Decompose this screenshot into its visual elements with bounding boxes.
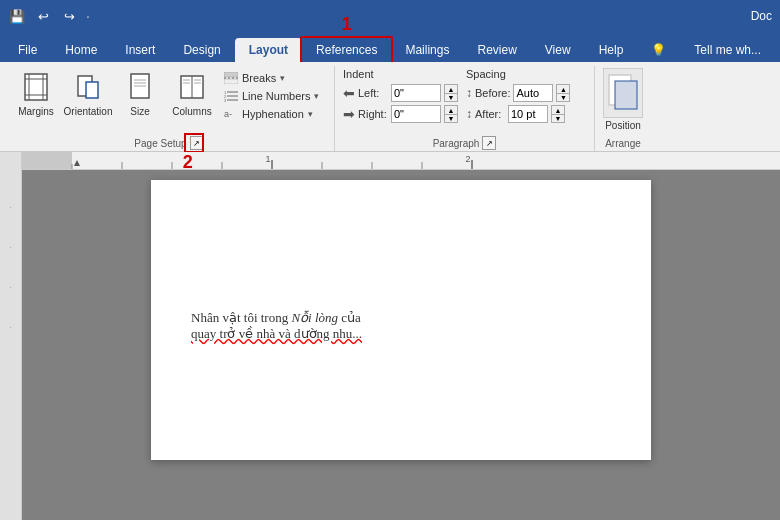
left-ruler-mark-1: · bbox=[9, 172, 11, 212]
indent-right-row: ➡ Right: ▲ ▼ bbox=[343, 105, 458, 123]
breaks-button[interactable]: Breaks ▾ bbox=[220, 70, 326, 86]
indent-header: Indent bbox=[343, 68, 458, 80]
document-page: Nhân vật tôi trong Nỗi lòng của quay trở… bbox=[151, 180, 651, 460]
tab-insert[interactable]: Insert bbox=[111, 38, 169, 62]
svg-rect-29 bbox=[22, 152, 72, 170]
margins-button[interactable]: Margins bbox=[12, 68, 60, 121]
save-icon[interactable]: 💾 bbox=[8, 7, 26, 25]
indent-right-label: Right: bbox=[358, 108, 388, 120]
spacing-before-label: Before: bbox=[475, 87, 510, 99]
svg-text:3: 3 bbox=[224, 98, 227, 102]
spacing-after-spin-up[interactable]: ▲ bbox=[551, 105, 565, 114]
ribbon-tabs: File Home Insert Design Layout Reference… bbox=[0, 32, 780, 62]
indent-left-row: ⬅ Left: ▲ ▼ bbox=[343, 84, 458, 102]
columns-label: Columns bbox=[172, 106, 211, 117]
indent-right-input[interactable] bbox=[391, 105, 441, 123]
spacing-after-row: ↕ After: ▲ ▼ bbox=[466, 105, 570, 123]
page-setup-group: Margins Orientation bbox=[4, 66, 335, 151]
orientation-label: Orientation bbox=[64, 106, 113, 117]
title-bar: 💾 ↩ ↪ · Doc bbox=[0, 0, 780, 32]
size-icon bbox=[124, 72, 156, 104]
tab-view[interactable]: View bbox=[531, 38, 585, 62]
ribbon-body: Margins Orientation bbox=[0, 62, 780, 152]
indent-left-label: Left: bbox=[358, 87, 388, 99]
size-label: Size bbox=[130, 106, 149, 117]
hyphenation-chevron: ▾ bbox=[308, 109, 313, 119]
redo-icon[interactable]: ↪ bbox=[60, 7, 78, 25]
content-area[interactable]: Nhân vật tôi trong Nỗi lòng của quay trở… bbox=[22, 170, 780, 520]
paragraph-dialog-launcher[interactable]: ↗ bbox=[482, 136, 496, 150]
tab-design[interactable]: Design bbox=[169, 38, 234, 62]
spacing-before-spin-up[interactable]: ▲ bbox=[556, 84, 570, 93]
text-cont1: của bbox=[338, 310, 361, 325]
ruler-side-left bbox=[0, 152, 22, 170]
margins-icon bbox=[20, 72, 52, 104]
tab-layout[interactable]: Layout bbox=[235, 38, 302, 62]
svg-text:2: 2 bbox=[465, 154, 470, 164]
tab-tell-me[interactable]: Tell me wh... bbox=[680, 38, 775, 62]
left-ruler-mark-2: · bbox=[9, 212, 11, 252]
columns-icon bbox=[176, 72, 208, 104]
page-setup-dialog-launcher[interactable]: ↗ bbox=[190, 136, 204, 150]
quick-access-dot: · bbox=[86, 8, 90, 24]
svg-text:a-: a- bbox=[224, 109, 232, 119]
tab-file[interactable]: File bbox=[4, 38, 51, 62]
position-icon bbox=[603, 68, 643, 118]
undo-icon[interactable]: ↩ bbox=[34, 7, 52, 25]
tab-references[interactable]: References 1 bbox=[302, 38, 391, 62]
spacing-column: Spacing ↕ Before: ▲ ▼ ↕ After: ▲ bbox=[466, 68, 570, 123]
tab-home[interactable]: Home bbox=[51, 38, 111, 62]
position-label: Position bbox=[605, 120, 641, 131]
svg-rect-18 bbox=[224, 79, 238, 84]
svg-rect-0 bbox=[25, 74, 47, 100]
indent-left-spin-down[interactable]: ▼ bbox=[444, 93, 458, 102]
breaks-chevron: ▾ bbox=[280, 73, 285, 83]
paragraph-group: Indent ⬅ Left: ▲ ▼ ➡ Right: ▲ bbox=[335, 66, 595, 151]
tab-mailings[interactable]: Mailings bbox=[391, 38, 463, 62]
svg-text:1: 1 bbox=[265, 154, 270, 164]
indent-spacing-container: Indent ⬅ Left: ▲ ▼ ➡ Right: ▲ bbox=[343, 66, 570, 123]
indent-right-spin-down[interactable]: ▼ bbox=[444, 114, 458, 123]
indent-right-icon: ➡ bbox=[343, 106, 355, 122]
ruler-row: 1 2 bbox=[0, 152, 780, 170]
svg-rect-28 bbox=[615, 81, 637, 109]
spacing-after-input[interactable] bbox=[508, 105, 548, 123]
line-numbers-button[interactable]: 123 Line Numbers ▾ bbox=[220, 88, 326, 104]
tab-lightbulb[interactable]: 💡 bbox=[637, 38, 680, 62]
spacing-after-label: After: bbox=[475, 108, 505, 120]
page-setup-group-footer: Page Setup ↗ 2 bbox=[4, 135, 334, 151]
indent-right-spin-up[interactable]: ▲ bbox=[444, 105, 458, 114]
paragraph-group-label: Paragraph bbox=[433, 138, 480, 149]
tab-review[interactable]: Review bbox=[463, 38, 530, 62]
left-ruler-mark-3: · bbox=[9, 252, 11, 292]
arrange-group-footer: Arrange bbox=[595, 135, 651, 151]
spacing-before-spin-down[interactable]: ▼ bbox=[556, 93, 570, 102]
spacing-before-input[interactable] bbox=[513, 84, 553, 102]
spacing-before-spinner: ▲ ▼ bbox=[556, 84, 570, 102]
tab-help[interactable]: Help bbox=[585, 38, 638, 62]
arrange-group-label: Arrange bbox=[605, 138, 641, 149]
columns-button[interactable]: Columns bbox=[168, 68, 216, 121]
size-button[interactable]: Size bbox=[116, 68, 164, 121]
main-area: · · · · Nhân vật tôi trong Nỗi lòng của … bbox=[0, 170, 780, 520]
text-line1: Nhân vật tôi trong bbox=[191, 310, 291, 325]
title-bar-icons: 💾 ↩ ↪ · bbox=[8, 7, 90, 25]
indent-left-spin-up[interactable]: ▲ bbox=[444, 84, 458, 93]
svg-rect-6 bbox=[86, 82, 98, 98]
margins-label: Margins bbox=[18, 106, 54, 117]
paragraph-group-footer: Position Paragraph ↗ bbox=[335, 135, 594, 151]
arrange-group: Position Arrange bbox=[595, 66, 651, 151]
hyphenation-button[interactable]: a- Hyphenation ▾ bbox=[220, 106, 326, 122]
spacing-header: Spacing bbox=[466, 68, 570, 80]
spacing-after-spin-down[interactable]: ▼ bbox=[551, 114, 565, 123]
indent-column: Indent ⬅ Left: ▲ ▼ ➡ Right: ▲ bbox=[343, 68, 458, 123]
indent-left-icon: ⬅ bbox=[343, 85, 355, 101]
indent-left-input[interactable] bbox=[391, 84, 441, 102]
left-ruler-mark-4: · bbox=[9, 292, 11, 332]
page-setup-small-buttons: Breaks ▾ 123 Line Numbers ▾ a- Hyphenati… bbox=[216, 66, 326, 122]
ruler-svg: 1 2 bbox=[22, 152, 780, 170]
orientation-button[interactable]: Orientation bbox=[64, 68, 112, 121]
position-container: Position bbox=[603, 66, 643, 131]
text-line2: quay trở về nhà và dường nhu... bbox=[191, 326, 362, 341]
line-numbers-label: Line Numbers bbox=[242, 90, 310, 102]
